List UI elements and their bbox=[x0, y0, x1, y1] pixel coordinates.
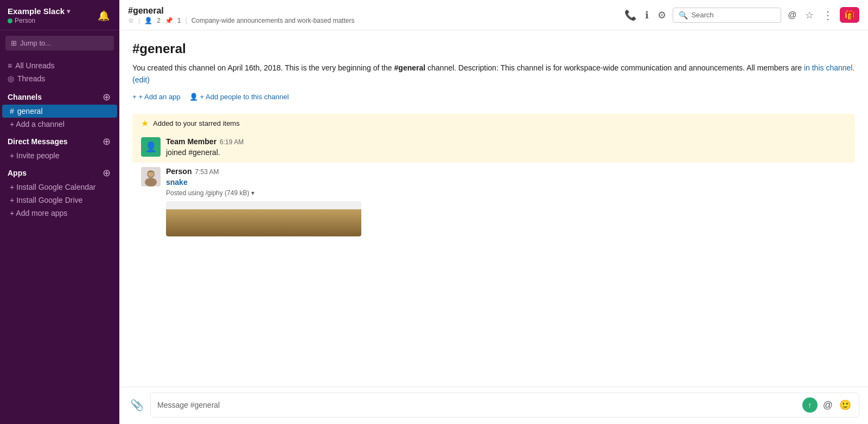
intro-in-channel-link[interactable]: in this channel. bbox=[804, 63, 854, 72]
add-app-link[interactable]: + + Add an app bbox=[132, 93, 181, 101]
notification-bell-button[interactable]: 🔔 bbox=[95, 8, 112, 24]
phone-button[interactable]: 📞 bbox=[622, 7, 639, 23]
all-unreads-icon: ≡ bbox=[8, 61, 12, 70]
add-more-apps-link[interactable]: + Add more apps bbox=[2, 207, 117, 220]
giphy-sub-text: Posted using /giphy (749 kB) bbox=[166, 189, 249, 197]
message-text: snake bbox=[166, 177, 846, 188]
search-icon: 🔍 bbox=[679, 11, 688, 20]
avatar bbox=[141, 167, 161, 187]
message-time: 7:53 AM bbox=[195, 168, 219, 176]
add-app-plus-icon: + bbox=[132, 93, 137, 101]
jump-to-label: Jump to... bbox=[20, 39, 51, 47]
input-right-icons: ↑ @ 🙂 bbox=[802, 397, 852, 413]
channel-header: #general ☆ | 👤 2 📌 1 | Company-wide anno… bbox=[119, 0, 868, 30]
channels-group-header: Channels ⊕ bbox=[0, 86, 119, 105]
svg-point-2 bbox=[145, 178, 157, 187]
add-app-label: + Add an app bbox=[139, 93, 181, 101]
table-row: 👤 Team Member 6:19 AM joined #general. bbox=[132, 133, 855, 163]
sidebar-item-all-unreads[interactable]: ≡ All Unreads bbox=[0, 59, 119, 72]
avatar: 👤 bbox=[141, 137, 161, 157]
intro-text-2: channel. Description: This channel is fo… bbox=[425, 63, 804, 72]
message-time: 6:19 AM bbox=[220, 138, 244, 146]
channel-hash-icon: # bbox=[10, 107, 14, 115]
channel-name-text: #general bbox=[128, 6, 164, 16]
direct-messages-group-header: Direct Messages ⊕ bbox=[0, 131, 119, 149]
table-row: Person 7:53 AM snake Posted using /giphy… bbox=[132, 163, 855, 241]
intro-text-1: You created this channel on April 16th, … bbox=[132, 63, 394, 72]
add-app-icon-button[interactable]: ⊕ bbox=[101, 168, 112, 178]
add-people-link[interactable]: 👤 + Add people to this channel bbox=[189, 93, 289, 101]
message-content: Team Member 6:19 AM joined #general. bbox=[166, 137, 846, 158]
pin-icon: 📌 bbox=[165, 17, 173, 24]
sidebar: Example Slack ▾ Person 🔔 ⊞ Jump to... ≡ … bbox=[0, 0, 119, 424]
gift-button[interactable]: 🎁 bbox=[840, 7, 859, 23]
messages-list: ★ Added to your starred items 👤 Team Mem… bbox=[132, 114, 855, 381]
message-input-box[interactable]: Message #general ↑ @ 🙂 bbox=[150, 393, 859, 417]
plus-icon-2: + bbox=[10, 196, 14, 204]
sidebar-header: Example Slack ▾ Person 🔔 bbox=[0, 0, 119, 30]
install-google-calendar-link[interactable]: + Install Google Calendar bbox=[2, 181, 117, 194]
starred-notification: ★ Added to your starred items bbox=[132, 114, 855, 133]
channel-name-header: #general bbox=[128, 6, 354, 16]
star-icon[interactable]: ☆ bbox=[128, 17, 134, 24]
giphy-dropdown-icon[interactable]: ▾ bbox=[251, 189, 254, 197]
send-button[interactable]: ↑ bbox=[802, 397, 818, 413]
intro-edit-link[interactable]: (edit) bbox=[132, 75, 150, 84]
starred-notice-text: Added to your starred items bbox=[153, 119, 240, 127]
channel-item-general[interactable]: # general bbox=[2, 105, 117, 118]
channel-header-right: 📞 ℹ ⚙ 🔍 Search @ ☆ ⋮ 🎁 bbox=[622, 7, 859, 24]
workspace-name-text: Example Slack bbox=[8, 7, 65, 16]
workspace-dropdown-chevron: ▾ bbox=[67, 8, 70, 15]
search-bar[interactable]: 🔍 Search bbox=[673, 8, 781, 23]
giphy-image bbox=[166, 201, 361, 236]
message-header: Team Member 6:19 AM bbox=[166, 137, 846, 146]
attachment-button[interactable]: 📎 bbox=[128, 396, 146, 414]
channel-meta: ☆ | 👤 2 📌 1 | Company-wide announcements… bbox=[128, 17, 354, 24]
install-google-drive-link[interactable]: + Install Google Drive bbox=[2, 194, 117, 207]
star-button[interactable]: ☆ bbox=[803, 7, 816, 23]
all-unreads-label: All Unreads bbox=[15, 61, 54, 70]
channel-actions: + + Add an app 👤 + Add people to this ch… bbox=[132, 93, 855, 101]
user-status: Person bbox=[8, 17, 70, 24]
add-people-label: + Add people to this channel bbox=[200, 93, 289, 101]
jump-to-button[interactable]: ⊞ Jump to... bbox=[5, 36, 114, 50]
invite-people-link[interactable]: + Invite people bbox=[2, 149, 117, 162]
add-dm-icon-button[interactable]: ⊕ bbox=[101, 136, 112, 147]
settings-button[interactable]: ⚙ bbox=[655, 7, 668, 23]
meta-divider-1: | bbox=[138, 17, 140, 24]
info-button[interactable]: ℹ bbox=[643, 7, 651, 23]
message-input-area: 📎 Message #general ↑ @ 🙂 bbox=[119, 387, 868, 424]
sidebar-item-threads[interactable]: ◎ Threads bbox=[0, 72, 119, 85]
members-count: 2 bbox=[157, 17, 161, 24]
apps-group-header: Apps ⊕ bbox=[0, 162, 119, 181]
message-sender: Person bbox=[166, 167, 192, 176]
install-google-calendar-label: Install Google Calendar bbox=[16, 183, 95, 191]
more-button[interactable]: ⋮ bbox=[820, 7, 835, 24]
channel-description-meta: Company-wide announcements and work-base… bbox=[192, 17, 355, 24]
status-dot-icon bbox=[8, 18, 12, 23]
user-name: Person bbox=[15, 17, 35, 24]
channel-title-area: #general You created this channel on Apr… bbox=[132, 41, 855, 101]
add-channel-link[interactable]: + Add a channel bbox=[2, 118, 117, 131]
add-more-apps-label: + Add more apps bbox=[10, 209, 67, 217]
snake-link[interactable]: snake bbox=[166, 178, 188, 187]
invite-people-label: + Invite people bbox=[10, 151, 59, 160]
add-people-person-icon: 👤 bbox=[189, 93, 198, 101]
emoji-button[interactable]: 🙂 bbox=[838, 398, 852, 412]
snake-image-sim bbox=[166, 209, 361, 236]
plus-icon: + bbox=[10, 183, 14, 191]
intro-bold: #general bbox=[394, 63, 426, 72]
add-channel-icon-button[interactable]: ⊕ bbox=[101, 92, 112, 102]
channel-description-text: You created this channel on April 16th, … bbox=[132, 62, 855, 86]
pins-count: 1 bbox=[177, 17, 181, 24]
main-content: #general ☆ | 👤 2 📌 1 | Company-wide anno… bbox=[119, 0, 868, 424]
message-sub: Posted using /giphy (749 kB) ▾ bbox=[166, 189, 846, 197]
message-content: Person 7:53 AM snake Posted using /giphy… bbox=[166, 167, 846, 236]
search-placeholder: Search bbox=[691, 11, 713, 19]
workspace-info: Example Slack ▾ Person bbox=[8, 7, 70, 24]
message-text: joined #general. bbox=[166, 147, 846, 158]
workspace-name[interactable]: Example Slack ▾ bbox=[8, 7, 70, 16]
at-button[interactable]: @ bbox=[786, 8, 799, 22]
threads-icon: ◎ bbox=[8, 74, 14, 83]
at-input-button[interactable]: @ bbox=[822, 399, 834, 412]
